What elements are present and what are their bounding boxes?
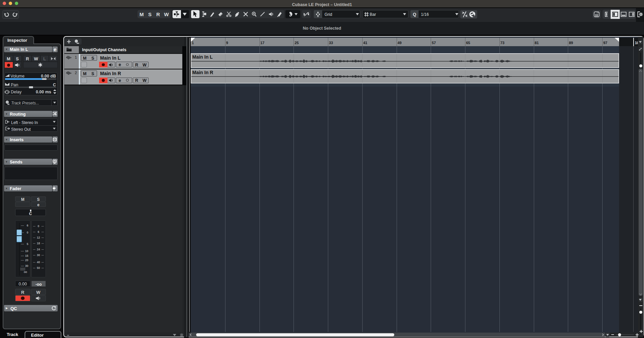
svg-text:Main In L: Main In L: [192, 54, 213, 60]
svg-text:Main In R: Main In R: [192, 70, 213, 75]
